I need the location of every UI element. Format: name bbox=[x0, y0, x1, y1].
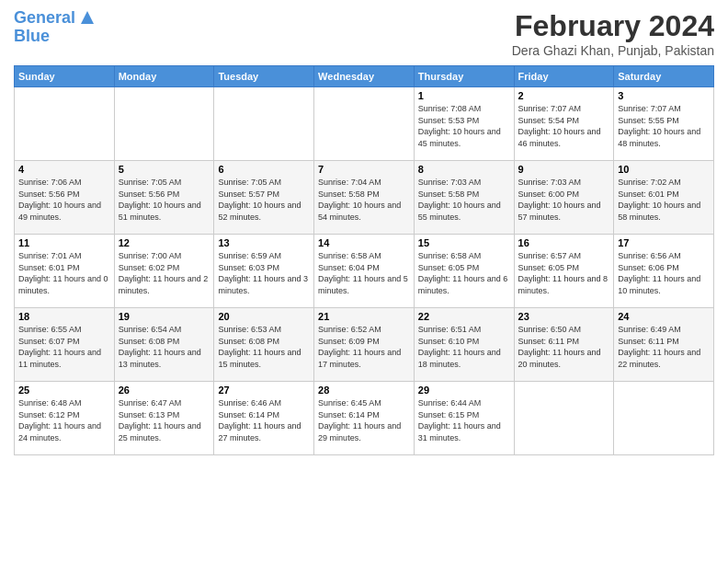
header: General Blue February 2024 Dera Ghazi Kh… bbox=[14, 9, 714, 58]
cell-3-7: 17Sunrise: 6:56 AMSunset: 6:06 PMDayligh… bbox=[614, 235, 714, 308]
day-number: 21 bbox=[318, 311, 410, 322]
day-info: Sunrise: 7:08 AMSunset: 5:53 PMDaylight:… bbox=[418, 103, 510, 149]
cell-2-6: 9Sunrise: 7:03 AMSunset: 6:00 PMDaylight… bbox=[514, 161, 614, 235]
logo-icon bbox=[77, 7, 97, 28]
day-number: 23 bbox=[518, 311, 610, 322]
day-info: Sunrise: 6:46 AMSunset: 6:14 PMDaylight:… bbox=[218, 397, 310, 443]
col-header-tuesday: Tuesday bbox=[214, 66, 314, 87]
cell-4-1: 18Sunrise: 6:55 AMSunset: 6:07 PMDayligh… bbox=[15, 308, 115, 382]
cell-5-4: 28Sunrise: 6:45 AMSunset: 6:14 PMDayligh… bbox=[314, 382, 415, 455]
logo: General Blue bbox=[14, 9, 97, 46]
col-header-sunday: Sunday bbox=[15, 66, 115, 87]
day-number: 5 bbox=[119, 164, 210, 175]
cell-1-2 bbox=[114, 87, 214, 161]
day-number: 9 bbox=[518, 164, 610, 175]
svg-marker-0 bbox=[81, 11, 94, 24]
cell-5-7 bbox=[614, 382, 714, 455]
cell-5-5: 29Sunrise: 6:44 AMSunset: 6:15 PMDayligh… bbox=[414, 382, 514, 455]
day-number: 18 bbox=[18, 311, 110, 322]
day-info: Sunrise: 6:50 AMSunset: 6:11 PMDaylight:… bbox=[518, 324, 610, 370]
day-info: Sunrise: 6:55 AMSunset: 6:07 PMDaylight:… bbox=[18, 324, 110, 370]
day-info: Sunrise: 7:01 AMSunset: 6:01 PMDaylight:… bbox=[18, 250, 110, 296]
cell-3-2: 12Sunrise: 7:00 AMSunset: 6:02 PMDayligh… bbox=[114, 235, 214, 308]
cell-1-5: 1Sunrise: 7:08 AMSunset: 5:53 PMDaylight… bbox=[414, 87, 514, 161]
col-header-wednesday: Wednesday bbox=[314, 66, 415, 87]
day-info: Sunrise: 6:51 AMSunset: 6:10 PMDaylight:… bbox=[418, 324, 510, 370]
day-number: 19 bbox=[119, 311, 210, 322]
title-area: February 2024 Dera Ghazi Khan, Punjab, P… bbox=[512, 9, 714, 58]
day-info: Sunrise: 6:59 AMSunset: 6:03 PMDaylight:… bbox=[218, 250, 310, 296]
day-info: Sunrise: 6:49 AMSunset: 6:11 PMDaylight:… bbox=[618, 324, 710, 370]
day-number: 22 bbox=[418, 311, 510, 322]
cell-1-4 bbox=[314, 87, 415, 161]
cell-4-4: 21Sunrise: 6:52 AMSunset: 6:09 PMDayligh… bbox=[314, 308, 415, 382]
day-number: 3 bbox=[618, 90, 710, 101]
week-row-1: 1Sunrise: 7:08 AMSunset: 5:53 PMDaylight… bbox=[15, 87, 714, 161]
day-number: 4 bbox=[18, 164, 110, 175]
cell-3-4: 14Sunrise: 6:58 AMSunset: 6:04 PMDayligh… bbox=[314, 235, 415, 308]
cell-1-1 bbox=[15, 87, 115, 161]
cell-4-3: 20Sunrise: 6:53 AMSunset: 6:08 PMDayligh… bbox=[214, 308, 314, 382]
day-number: 29 bbox=[418, 385, 510, 396]
cell-2-1: 4Sunrise: 7:06 AMSunset: 5:56 PMDaylight… bbox=[15, 161, 115, 235]
cell-1-6: 2Sunrise: 7:07 AMSunset: 5:54 PMDaylight… bbox=[514, 87, 614, 161]
day-number: 11 bbox=[18, 237, 110, 248]
cell-2-4: 7Sunrise: 7:04 AMSunset: 5:58 PMDaylight… bbox=[314, 161, 415, 235]
day-info: Sunrise: 7:02 AMSunset: 6:01 PMDaylight:… bbox=[618, 177, 710, 223]
day-info: Sunrise: 6:54 AMSunset: 6:08 PMDaylight:… bbox=[119, 324, 210, 370]
day-info: Sunrise: 6:56 AMSunset: 6:06 PMDaylight:… bbox=[618, 250, 710, 296]
calendar-table: SundayMondayTuesdayWednesdayThursdayFrid… bbox=[14, 65, 714, 455]
subtitle: Dera Ghazi Khan, Punjab, Pakistan bbox=[512, 43, 714, 58]
cell-4-6: 23Sunrise: 6:50 AMSunset: 6:11 PMDayligh… bbox=[514, 308, 614, 382]
col-header-thursday: Thursday bbox=[414, 66, 514, 87]
main-title: February 2024 bbox=[512, 9, 714, 43]
day-info: Sunrise: 6:57 AMSunset: 6:05 PMDaylight:… bbox=[518, 250, 610, 296]
day-info: Sunrise: 7:07 AMSunset: 5:55 PMDaylight:… bbox=[618, 103, 710, 149]
day-number: 1 bbox=[418, 90, 510, 101]
week-row-4: 18Sunrise: 6:55 AMSunset: 6:07 PMDayligh… bbox=[15, 308, 714, 382]
day-info: Sunrise: 6:52 AMSunset: 6:09 PMDaylight:… bbox=[318, 324, 410, 370]
day-number: 15 bbox=[418, 237, 510, 248]
day-info: Sunrise: 6:53 AMSunset: 6:08 PMDaylight:… bbox=[218, 324, 310, 370]
col-header-saturday: Saturday bbox=[614, 66, 714, 87]
logo-blue: Blue bbox=[14, 28, 50, 46]
day-number: 17 bbox=[618, 237, 710, 248]
day-number: 10 bbox=[618, 164, 710, 175]
day-number: 25 bbox=[18, 385, 110, 396]
day-info: Sunrise: 7:06 AMSunset: 5:56 PMDaylight:… bbox=[18, 177, 110, 223]
day-info: Sunrise: 6:44 AMSunset: 6:15 PMDaylight:… bbox=[418, 397, 510, 443]
page: General Blue February 2024 Dera Ghazi Kh… bbox=[0, 0, 728, 563]
cell-2-5: 8Sunrise: 7:03 AMSunset: 5:58 PMDaylight… bbox=[414, 161, 514, 235]
cell-5-6 bbox=[514, 382, 614, 455]
day-number: 27 bbox=[218, 385, 310, 396]
day-info: Sunrise: 6:47 AMSunset: 6:13 PMDaylight:… bbox=[119, 397, 210, 443]
day-info: Sunrise: 7:03 AMSunset: 5:58 PMDaylight:… bbox=[418, 177, 510, 223]
week-row-3: 11Sunrise: 7:01 AMSunset: 6:01 PMDayligh… bbox=[15, 235, 714, 308]
cell-5-3: 27Sunrise: 6:46 AMSunset: 6:14 PMDayligh… bbox=[214, 382, 314, 455]
day-info: Sunrise: 6:58 AMSunset: 6:05 PMDaylight:… bbox=[418, 250, 510, 296]
day-info: Sunrise: 7:00 AMSunset: 6:02 PMDaylight:… bbox=[119, 250, 210, 296]
col-header-friday: Friday bbox=[514, 66, 614, 87]
day-number: 8 bbox=[418, 164, 510, 175]
day-number: 28 bbox=[318, 385, 410, 396]
day-info: Sunrise: 7:03 AMSunset: 6:00 PMDaylight:… bbox=[518, 177, 610, 223]
cell-1-7: 3Sunrise: 7:07 AMSunset: 5:55 PMDaylight… bbox=[614, 87, 714, 161]
day-number: 20 bbox=[218, 311, 310, 322]
day-number: 6 bbox=[218, 164, 310, 175]
day-info: Sunrise: 7:05 AMSunset: 5:57 PMDaylight:… bbox=[218, 177, 310, 223]
day-number: 24 bbox=[618, 311, 710, 322]
cell-3-3: 13Sunrise: 6:59 AMSunset: 6:03 PMDayligh… bbox=[214, 235, 314, 308]
header-row: SundayMondayTuesdayWednesdayThursdayFrid… bbox=[15, 66, 714, 87]
day-number: 14 bbox=[318, 237, 410, 248]
day-info: Sunrise: 7:07 AMSunset: 5:54 PMDaylight:… bbox=[518, 103, 610, 149]
day-info: Sunrise: 6:48 AMSunset: 6:12 PMDaylight:… bbox=[18, 397, 110, 443]
day-info: Sunrise: 7:05 AMSunset: 5:56 PMDaylight:… bbox=[119, 177, 210, 223]
day-info: Sunrise: 6:45 AMSunset: 6:14 PMDaylight:… bbox=[318, 397, 410, 443]
cell-4-2: 19Sunrise: 6:54 AMSunset: 6:08 PMDayligh… bbox=[114, 308, 214, 382]
cell-5-1: 25Sunrise: 6:48 AMSunset: 6:12 PMDayligh… bbox=[15, 382, 115, 455]
day-number: 16 bbox=[518, 237, 610, 248]
day-number: 2 bbox=[518, 90, 610, 101]
cell-3-5: 15Sunrise: 6:58 AMSunset: 6:05 PMDayligh… bbox=[414, 235, 514, 308]
cell-2-2: 5Sunrise: 7:05 AMSunset: 5:56 PMDaylight… bbox=[114, 161, 214, 235]
week-row-2: 4Sunrise: 7:06 AMSunset: 5:56 PMDaylight… bbox=[15, 161, 714, 235]
